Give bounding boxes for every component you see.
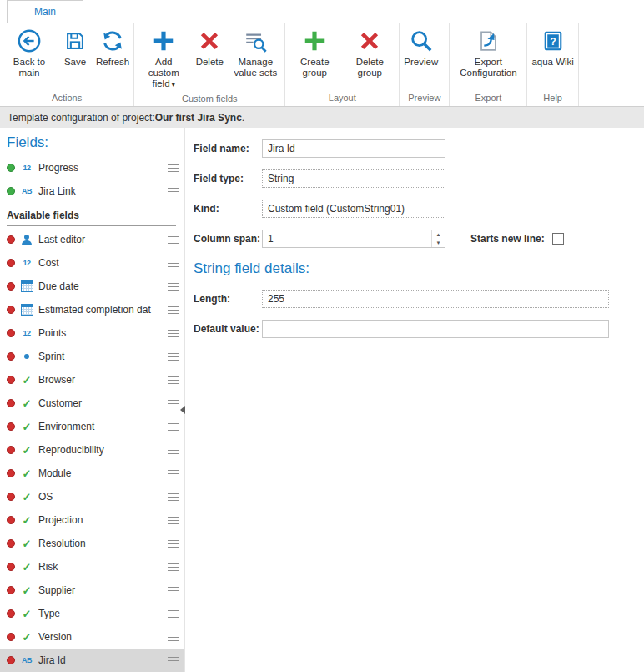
button-label: Save xyxy=(64,57,86,68)
checkmark-icon xyxy=(20,467,33,480)
field-item-supplier[interactable]: Supplier xyxy=(0,579,184,602)
manage-value-sets-button[interactable]: Manage value sets xyxy=(228,23,283,80)
spin-up-button[interactable] xyxy=(432,230,445,239)
drag-handle-icon[interactable] xyxy=(168,657,179,664)
default-value-row: Default value: xyxy=(194,320,631,338)
project-name: Our first Jira Sync xyxy=(155,112,242,124)
field-label: Module xyxy=(38,467,163,479)
drag-handle-icon[interactable] xyxy=(168,260,179,267)
field-status-dot xyxy=(7,586,15,594)
field-item-points[interactable]: Points xyxy=(0,321,184,345)
field-item-cost[interactable]: Cost xyxy=(0,251,184,275)
create-group-button[interactable]: Create group xyxy=(287,23,342,80)
drag-handle-icon[interactable] xyxy=(168,283,179,291)
refresh-button[interactable]: Refresh xyxy=(93,23,132,69)
drag-handle-icon[interactable] xyxy=(168,400,179,407)
back-to-main-button[interactable]: Back to main xyxy=(2,23,57,80)
delete-group-button[interactable]: Delete group xyxy=(342,23,397,80)
field-status-dot xyxy=(7,633,15,641)
text-field-icon xyxy=(20,185,33,198)
field-status-dot xyxy=(7,259,15,267)
drag-handle-icon[interactable] xyxy=(168,610,179,618)
length-input[interactable] xyxy=(262,290,609,308)
column-span-input[interactable] xyxy=(262,230,445,248)
export-configuration-button[interactable]: Export Configuration xyxy=(451,23,525,80)
checkmark-icon xyxy=(20,538,33,550)
tab-bar: Main xyxy=(0,0,644,23)
drag-handle-icon[interactable] xyxy=(168,236,179,244)
field-item-os[interactable]: OS xyxy=(0,485,184,508)
save-button[interactable]: Save xyxy=(57,23,93,69)
fields-sidebar: Fields: Progress Jira Link Available fie… xyxy=(0,128,185,672)
field-item-risk[interactable]: Risk xyxy=(0,555,184,579)
field-item-last-editor[interactable]: Last editor xyxy=(0,228,184,251)
delete-x-icon xyxy=(196,28,223,54)
field-label: Estimated completion dat xyxy=(38,304,163,316)
field-type-label: Field type: xyxy=(194,173,262,184)
add-custom-field-button[interactable]: Add custom field xyxy=(136,23,191,92)
field-item-reproducibility[interactable]: Reproducibility xyxy=(0,438,184,462)
field-name-row: Field name: xyxy=(194,139,631,158)
field-item-jira-id[interactable]: Jira Id xyxy=(0,649,184,672)
field-status-dot xyxy=(7,399,15,407)
field-label: Points xyxy=(38,327,163,339)
field-item-version[interactable]: Version xyxy=(0,625,184,649)
ribbon-group-custom-fields: Add custom field Delete xyxy=(134,23,285,106)
kind-input[interactable] xyxy=(262,200,445,218)
field-item-environment[interactable]: Environment xyxy=(0,415,184,438)
delete-button[interactable]: Delete xyxy=(191,23,228,69)
drag-handle-icon[interactable] xyxy=(168,330,179,337)
drag-handle-icon[interactable] xyxy=(168,587,179,594)
drag-handle-icon[interactable] xyxy=(168,493,179,501)
drag-handle-icon[interactable] xyxy=(168,306,179,314)
field-item-due-date[interactable]: Due date xyxy=(0,275,184,298)
drag-handle-icon[interactable] xyxy=(168,634,179,641)
drag-handle-icon[interactable] xyxy=(168,353,179,361)
field-item-browser[interactable]: Browser xyxy=(0,368,184,392)
default-value-input[interactable] xyxy=(262,320,609,338)
preview-button[interactable]: Preview xyxy=(401,23,440,69)
field-item-module[interactable]: Module xyxy=(0,462,184,485)
aqua-wiki-button[interactable]: ? aqua Wiki xyxy=(529,23,576,69)
drag-handle-icon[interactable] xyxy=(168,540,179,548)
active-fields-list: Progress Jira Link xyxy=(0,156,184,203)
drag-handle-icon[interactable] xyxy=(168,470,179,477)
number-field-icon xyxy=(20,257,33,270)
string-field-details-heading: String field details: xyxy=(194,260,631,277)
column-span-stepper xyxy=(262,230,445,248)
field-item-progress[interactable]: Progress xyxy=(0,156,184,179)
checkmark-icon xyxy=(20,561,33,573)
drag-handle-icon[interactable] xyxy=(168,376,179,384)
tab-main[interactable]: Main xyxy=(7,0,83,23)
field-item-jira-link[interactable]: Jira Link xyxy=(0,179,184,203)
field-item-type[interactable]: Type xyxy=(0,602,184,625)
field-item-estimated-completion-dat[interactable]: Estimated completion dat xyxy=(0,298,184,321)
field-type-input[interactable] xyxy=(262,169,445,188)
field-item-customer[interactable]: Customer xyxy=(0,392,184,415)
starts-new-line-checkbox[interactable] xyxy=(552,233,564,245)
drag-handle-icon[interactable] xyxy=(168,517,179,524)
field-item-projection[interactable]: Projection xyxy=(0,508,184,532)
field-status-dot xyxy=(7,422,15,431)
wiki-question-icon: ? xyxy=(540,28,566,54)
field-item-resolution[interactable]: Resolution xyxy=(0,532,184,555)
drag-handle-icon[interactable] xyxy=(168,164,179,172)
fields-heading: Fields: xyxy=(7,134,184,151)
drag-handle-icon[interactable] xyxy=(168,188,179,195)
field-properties-form: Field name: Field type: Kind: Column spa… xyxy=(185,128,644,672)
field-label: Environment xyxy=(38,421,163,432)
button-label: Export Configuration xyxy=(454,57,522,78)
field-name-input[interactable] xyxy=(262,139,445,158)
create-group-plus-icon xyxy=(301,28,328,54)
drag-handle-icon[interactable] xyxy=(168,447,179,454)
spin-down-button[interactable] xyxy=(432,239,445,247)
field-type-row: Field type: xyxy=(194,169,631,188)
field-item-sprint[interactable]: Sprint xyxy=(0,345,184,368)
drag-handle-icon[interactable] xyxy=(168,563,179,571)
field-status-dot xyxy=(7,656,15,664)
drag-handle-icon[interactable] xyxy=(168,423,179,431)
splitter-collapse-arrow-icon[interactable] xyxy=(180,406,185,414)
ribbon-group-layout: Create group Delete group Layout xyxy=(285,23,400,106)
ribbon-group-label: Preview xyxy=(401,91,447,106)
button-label: Add custom field xyxy=(138,57,189,90)
